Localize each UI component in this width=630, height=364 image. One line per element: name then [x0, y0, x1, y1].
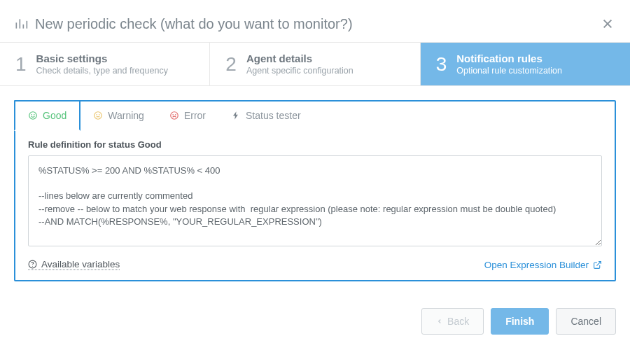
svg-point-6 [29, 112, 37, 120]
step-subtitle: Optional rule customization [456, 66, 562, 76]
step-number: 3 [436, 53, 447, 76]
cancel-button[interactable]: Cancel [556, 308, 616, 335]
frown-icon [169, 111, 179, 120]
button-label: Finish [505, 316, 534, 327]
tab-label: Status tester [246, 110, 301, 121]
step-notification-rules[interactable]: 3 Notification rules Optional rule custo… [421, 43, 630, 85]
step-title: Basic settings [36, 52, 168, 64]
status-panel: Good Warning Error [14, 100, 616, 281]
svg-point-12 [99, 115, 100, 115]
available-variables-link[interactable]: Available variables [28, 259, 120, 270]
step-subtitle: Agent specific configuration [246, 66, 354, 76]
step-title: Agent details [246, 52, 354, 64]
link-label: Available variables [41, 259, 120, 270]
smile-icon [28, 111, 38, 120]
modal-title: New periodic check (what do you want to … [35, 16, 599, 32]
help-icon [28, 260, 37, 269]
svg-point-7 [31, 115, 32, 115]
tab-good[interactable]: Good [14, 100, 80, 131]
button-label: Back [447, 316, 469, 327]
tab-status-tester[interactable]: Status tester [218, 102, 314, 130]
rule-definition-input[interactable] [28, 155, 602, 246]
step-number: 1 [15, 53, 27, 76]
modal-header: New periodic check (what do you want to … [0, 0, 630, 42]
tab-label: Error [184, 110, 206, 121]
modal-footer: Back Finish Cancel [0, 295, 630, 349]
svg-point-8 [34, 115, 34, 115]
content-area: Good Warning Error [0, 86, 630, 295]
step-basic-settings[interactable]: 1 Basic settings Check details, type and… [0, 43, 210, 85]
modal: New periodic check (what do you want to … [0, 0, 630, 349]
svg-line-18 [596, 261, 601, 265]
tab-label: Warning [108, 110, 144, 121]
expression-builder-link[interactable]: Open Expression Builder [484, 260, 602, 270]
svg-point-14 [173, 115, 174, 115]
panel-body: Rule definition for status Good Availabl… [15, 130, 615, 280]
step-agent-details[interactable]: 2 Agent details Agent specific configura… [210, 43, 420, 85]
status-tabs: Good Warning Error [15, 102, 615, 130]
step-subtitle: Check details, type and frequency [36, 66, 168, 76]
finish-button[interactable]: Finish [491, 308, 549, 335]
svg-point-9 [94, 112, 102, 120]
rule-definition-label: Rule definition for status Good [28, 139, 602, 150]
bolt-icon [231, 111, 241, 120]
button-label: Cancel [570, 316, 601, 327]
bar-chart-icon [14, 17, 28, 31]
help-row: Available variables Open Expression Buil… [28, 259, 602, 270]
tab-label: Good [43, 110, 66, 121]
close-icon[interactable] [599, 15, 616, 32]
step-number: 2 [225, 53, 237, 76]
wizard-steps: 1 Basic settings Check details, type and… [0, 42, 630, 86]
tab-warning[interactable]: Warning [80, 102, 157, 130]
external-link-icon [593, 260, 602, 270]
svg-point-17 [32, 266, 33, 267]
meh-icon [93, 111, 103, 120]
svg-point-11 [97, 115, 97, 115]
tab-error[interactable]: Error [157, 102, 218, 130]
step-title: Notification rules [456, 52, 562, 64]
back-button[interactable]: Back [421, 308, 484, 335]
svg-point-13 [171, 112, 178, 120]
link-label: Open Expression Builder [484, 260, 589, 270]
chevron-left-icon [436, 318, 443, 325]
svg-point-15 [175, 115, 176, 115]
